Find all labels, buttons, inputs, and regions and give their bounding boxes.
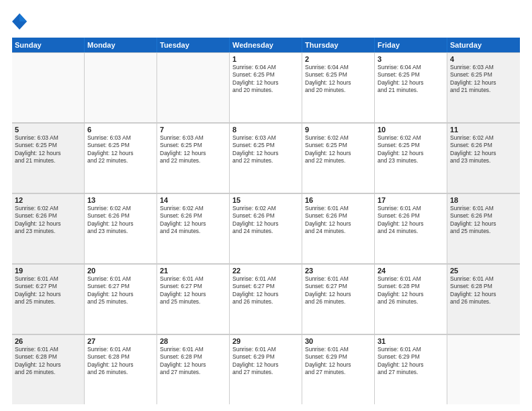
- day-number: 9: [305, 126, 371, 134]
- day-number: 18: [450, 196, 517, 204]
- calendar-row-1: 1Sunrise: 6:04 AM Sunset: 6:25 PM Daylig…: [12, 52, 520, 123]
- logo: [12, 12, 30, 31]
- logo-icon: [12, 12, 27, 31]
- cell-info: Sunrise: 6:01 AM Sunset: 6:27 PM Dayligh…: [232, 275, 299, 306]
- cell-info: Sunrise: 6:01 AM Sunset: 6:29 PM Dayligh…: [232, 346, 299, 377]
- day-number: 25: [450, 267, 517, 275]
- calendar-cell: 22Sunrise: 6:01 AM Sunset: 6:27 PM Dayli…: [230, 264, 302, 334]
- cell-info: Sunrise: 6:03 AM Sunset: 6:25 PM Dayligh…: [450, 64, 517, 95]
- cell-info: Sunrise: 6:02 AM Sunset: 6:26 PM Dayligh…: [450, 134, 517, 165]
- cell-info: Sunrise: 6:01 AM Sunset: 6:26 PM Dayligh…: [305, 205, 371, 236]
- calendar-cell: 15Sunrise: 6:02 AM Sunset: 6:26 PM Dayli…: [230, 193, 302, 263]
- cell-info: Sunrise: 6:04 AM Sunset: 6:25 PM Dayligh…: [305, 64, 371, 95]
- calendar-cell: 24Sunrise: 6:01 AM Sunset: 6:28 PM Dayli…: [375, 264, 447, 334]
- cell-info: Sunrise: 6:01 AM Sunset: 6:27 PM Dayligh…: [305, 275, 371, 306]
- day-number: 21: [160, 267, 226, 275]
- day-number: 30: [305, 337, 371, 345]
- calendar-cell: 28Sunrise: 6:01 AM Sunset: 6:28 PM Dayli…: [157, 334, 230, 404]
- calendar-cell: 7Sunrise: 6:03 AM Sunset: 6:25 PM Daylig…: [157, 123, 230, 193]
- header-cell-tuesday: Tuesday: [157, 38, 230, 52]
- calendar-cell: 31Sunrise: 6:01 AM Sunset: 6:29 PM Dayli…: [375, 334, 447, 404]
- day-number: 14: [160, 196, 226, 204]
- cell-info: Sunrise: 6:02 AM Sunset: 6:26 PM Dayligh…: [232, 205, 299, 236]
- day-number: 19: [15, 267, 81, 275]
- cell-info: Sunrise: 6:02 AM Sunset: 6:26 PM Dayligh…: [160, 205, 226, 236]
- calendar-cell: [85, 52, 157, 122]
- calendar-cell: 4Sunrise: 6:03 AM Sunset: 6:25 PM Daylig…: [447, 52, 520, 122]
- header-cell-saturday: Saturday: [447, 38, 520, 52]
- cell-info: Sunrise: 6:02 AM Sunset: 6:25 PM Dayligh…: [305, 134, 371, 165]
- cell-info: Sunrise: 6:01 AM Sunset: 6:28 PM Dayligh…: [378, 275, 444, 306]
- svg-marker-1: [19, 13, 27, 21]
- day-number: 28: [160, 337, 226, 345]
- calendar-cell: 1Sunrise: 6:04 AM Sunset: 6:25 PM Daylig…: [230, 52, 302, 122]
- calendar-cell: 17Sunrise: 6:01 AM Sunset: 6:26 PM Dayli…: [375, 193, 447, 263]
- calendar-cell: 3Sunrise: 6:04 AM Sunset: 6:25 PM Daylig…: [375, 52, 447, 122]
- calendar-cell: 9Sunrise: 6:02 AM Sunset: 6:25 PM Daylig…: [302, 123, 375, 193]
- header-cell-sunday: Sunday: [12, 38, 85, 52]
- calendar-row-2: 5Sunrise: 6:03 AM Sunset: 6:25 PM Daylig…: [12, 123, 520, 193]
- day-number: 5: [15, 126, 81, 134]
- cell-info: Sunrise: 6:02 AM Sunset: 6:25 PM Dayligh…: [378, 134, 444, 165]
- calendar-cell: [157, 52, 230, 122]
- cell-info: Sunrise: 6:03 AM Sunset: 6:25 PM Dayligh…: [87, 134, 154, 165]
- calendar-cell: 5Sunrise: 6:03 AM Sunset: 6:25 PM Daylig…: [12, 123, 85, 193]
- cell-info: Sunrise: 6:01 AM Sunset: 6:29 PM Dayligh…: [378, 346, 444, 377]
- calendar-cell: 19Sunrise: 6:01 AM Sunset: 6:27 PM Dayli…: [12, 264, 85, 334]
- day-number: 13: [87, 196, 154, 204]
- day-number: 2: [305, 55, 371, 63]
- calendar-cell: 29Sunrise: 6:01 AM Sunset: 6:29 PM Dayli…: [230, 334, 302, 404]
- day-number: 7: [160, 126, 226, 134]
- cell-info: Sunrise: 6:01 AM Sunset: 6:26 PM Dayligh…: [378, 205, 444, 236]
- cell-info: Sunrise: 6:01 AM Sunset: 6:28 PM Dayligh…: [15, 346, 81, 377]
- cell-info: Sunrise: 6:03 AM Sunset: 6:25 PM Dayligh…: [160, 134, 226, 165]
- calendar: SundayMondayTuesdayWednesdayThursdayFrid…: [12, 38, 520, 404]
- calendar-cell: 20Sunrise: 6:01 AM Sunset: 6:27 PM Dayli…: [85, 264, 157, 334]
- calendar-header: SundayMondayTuesdayWednesdayThursdayFrid…: [12, 38, 520, 52]
- calendar-body: 1Sunrise: 6:04 AM Sunset: 6:25 PM Daylig…: [12, 52, 520, 404]
- calendar-row-5: 26Sunrise: 6:01 AM Sunset: 6:28 PM Dayli…: [12, 334, 520, 404]
- cell-info: Sunrise: 6:01 AM Sunset: 6:28 PM Dayligh…: [87, 346, 154, 377]
- cell-info: Sunrise: 6:01 AM Sunset: 6:29 PM Dayligh…: [305, 346, 371, 377]
- day-number: 24: [378, 267, 444, 275]
- day-number: 11: [450, 126, 517, 134]
- calendar-cell: 27Sunrise: 6:01 AM Sunset: 6:28 PM Dayli…: [85, 334, 157, 404]
- calendar-cell: [447, 334, 520, 404]
- cell-info: Sunrise: 6:03 AM Sunset: 6:25 PM Dayligh…: [232, 134, 299, 165]
- day-number: 3: [378, 55, 444, 63]
- calendar-cell: 16Sunrise: 6:01 AM Sunset: 6:26 PM Dayli…: [302, 193, 375, 263]
- day-number: 31: [378, 337, 444, 345]
- calendar-cell: 10Sunrise: 6:02 AM Sunset: 6:25 PM Dayli…: [375, 123, 447, 193]
- day-number: 12: [15, 196, 81, 204]
- cell-info: Sunrise: 6:01 AM Sunset: 6:28 PM Dayligh…: [450, 275, 517, 306]
- header-cell-monday: Monday: [85, 38, 157, 52]
- calendar-cell: 12Sunrise: 6:02 AM Sunset: 6:26 PM Dayli…: [12, 193, 85, 263]
- cell-info: Sunrise: 6:01 AM Sunset: 6:28 PM Dayligh…: [160, 346, 226, 377]
- day-number: 26: [15, 337, 81, 345]
- calendar-cell: 11Sunrise: 6:02 AM Sunset: 6:26 PM Dayli…: [447, 123, 520, 193]
- calendar-cell: 30Sunrise: 6:01 AM Sunset: 6:29 PM Dayli…: [302, 334, 375, 404]
- day-number: 10: [378, 126, 444, 134]
- cell-info: Sunrise: 6:03 AM Sunset: 6:25 PM Dayligh…: [15, 134, 81, 165]
- cell-info: Sunrise: 6:02 AM Sunset: 6:26 PM Dayligh…: [15, 205, 81, 236]
- calendar-cell: 26Sunrise: 6:01 AM Sunset: 6:28 PM Dayli…: [12, 334, 85, 404]
- day-number: 15: [232, 196, 299, 204]
- header: [12, 12, 520, 31]
- cell-info: Sunrise: 6:01 AM Sunset: 6:26 PM Dayligh…: [450, 205, 517, 236]
- cell-info: Sunrise: 6:01 AM Sunset: 6:27 PM Dayligh…: [87, 275, 154, 306]
- header-cell-thursday: Thursday: [302, 38, 375, 52]
- day-number: 23: [305, 267, 371, 275]
- day-number: 27: [87, 337, 154, 345]
- day-number: 29: [232, 337, 299, 345]
- calendar-cell: 25Sunrise: 6:01 AM Sunset: 6:28 PM Dayli…: [447, 264, 520, 334]
- calendar-row-3: 12Sunrise: 6:02 AM Sunset: 6:26 PM Dayli…: [12, 193, 520, 264]
- cell-info: Sunrise: 6:02 AM Sunset: 6:26 PM Dayligh…: [87, 205, 154, 236]
- header-cell-wednesday: Wednesday: [230, 38, 302, 52]
- calendar-cell: 14Sunrise: 6:02 AM Sunset: 6:26 PM Dayli…: [157, 193, 230, 263]
- cell-info: Sunrise: 6:04 AM Sunset: 6:25 PM Dayligh…: [232, 64, 299, 95]
- calendar-cell: 8Sunrise: 6:03 AM Sunset: 6:25 PM Daylig…: [230, 123, 302, 193]
- calendar-row-4: 19Sunrise: 6:01 AM Sunset: 6:27 PM Dayli…: [12, 264, 520, 334]
- cell-info: Sunrise: 6:01 AM Sunset: 6:27 PM Dayligh…: [160, 275, 226, 306]
- calendar-cell: [12, 52, 85, 122]
- cell-info: Sunrise: 6:01 AM Sunset: 6:27 PM Dayligh…: [15, 275, 81, 306]
